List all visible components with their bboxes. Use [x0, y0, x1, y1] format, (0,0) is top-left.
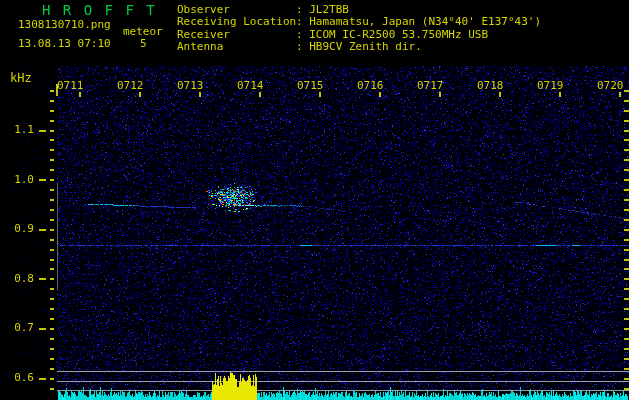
freq-axis-label-0.7: 0.7: [0, 322, 34, 333]
mode-label: meteor: [123, 26, 163, 37]
info-colon: :: [296, 40, 309, 53]
freq-axis-unit: kHz: [10, 73, 32, 84]
info-value: HB9CV Zenith dir.: [309, 40, 422, 53]
station-info: Observer: JL2TBB Receiving Location: Ham…: [177, 4, 541, 54]
time-axis-label-0713: 0713: [177, 80, 204, 91]
time-axis-label-0714: 0714: [237, 80, 264, 91]
time-axis-label-0717: 0717: [417, 80, 444, 91]
spectrogram-canvas: [0, 0, 629, 400]
info-label: Antenna: [177, 41, 296, 53]
info-value: ICOM IC-R2500 53.750MHz USB: [309, 28, 488, 41]
time-axis-label-0720: 0720: [597, 80, 624, 91]
freq-axis-label-1.1: 1.1: [0, 124, 34, 135]
meteor-count: 5: [140, 38, 147, 49]
info-colon: :: [296, 15, 309, 28]
time-axis-label-0712: 0712: [117, 80, 144, 91]
info-colon: :: [296, 28, 309, 41]
freq-axis-label-0.8: 0.8: [0, 273, 34, 284]
info-row-antenna: Antenna: HB9CV Zenith dir.: [177, 41, 541, 53]
time-axis-label-0716: 0716: [357, 80, 384, 91]
time-axis-label-0715: 0715: [297, 80, 324, 91]
freq-axis-label-0.6: 0.6: [0, 372, 34, 383]
info-colon: :: [296, 3, 309, 16]
filename-label: 1308130710.png: [18, 19, 111, 30]
info-label: Receiving Location: [177, 16, 296, 28]
datetime-label: 13.08.13 07:10: [18, 38, 111, 49]
freq-axis-label-0.9: 0.9: [0, 223, 34, 234]
time-axis-label-0719: 0719: [537, 80, 564, 91]
hrofft-output-screen: H R O F F T 1308130710.png meteor 13.08.…: [0, 0, 629, 400]
freq-axis-label-1.0: 1.0: [0, 174, 34, 185]
app-title: H R O F F T: [42, 3, 157, 17]
info-value: Hamamatsu, Japan (N34°40' E137°43'): [309, 15, 541, 28]
time-axis-label-0718: 0718: [477, 80, 504, 91]
time-axis-label-0711: 0711: [57, 80, 84, 91]
info-value: JL2TBB: [309, 3, 349, 16]
